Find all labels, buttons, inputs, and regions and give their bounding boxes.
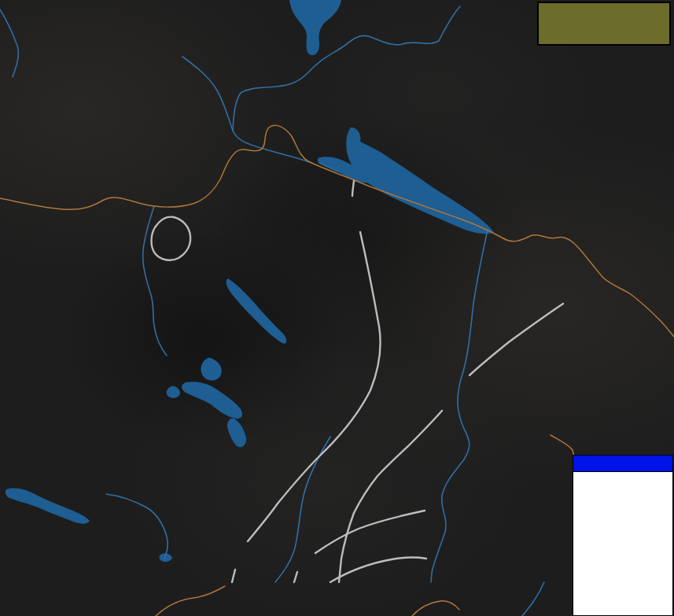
country-border-south bbox=[156, 586, 225, 616]
country-border-east bbox=[503, 235, 674, 337]
lake-thun bbox=[6, 488, 90, 523]
river bbox=[233, 6, 460, 131]
lake-lucerne-west-arm bbox=[167, 386, 180, 398]
legend-title bbox=[573, 456, 672, 472]
pressure-contour-1022 bbox=[232, 570, 235, 582]
lake-zurich bbox=[227, 278, 287, 344]
pressure-contour-1020 bbox=[315, 511, 425, 553]
pressure-contour-1022 bbox=[352, 181, 354, 196]
river bbox=[182, 57, 311, 163]
legend-body bbox=[573, 472, 672, 615]
datetime-box bbox=[537, 2, 671, 46]
pressure-contour-1021 bbox=[339, 411, 442, 582]
pressure-contour-1020 bbox=[294, 572, 297, 582]
pressure-contour-ring bbox=[152, 217, 191, 260]
lake-lucerne-south-arm bbox=[227, 419, 246, 448]
river bbox=[106, 494, 168, 559]
pressure-contour-1021 bbox=[470, 304, 563, 375]
river bbox=[522, 582, 544, 616]
pressure-contour-1022 bbox=[248, 232, 381, 541]
river bbox=[0, 9, 18, 77]
pressure-contours-layer bbox=[152, 181, 564, 582]
pressure-contour-arc bbox=[330, 558, 426, 582]
lightning-weather-map-app bbox=[0, 0, 674, 616]
lightning-legend-panel bbox=[573, 455, 673, 616]
country-border-north bbox=[0, 125, 503, 238]
lakes-layer bbox=[6, 0, 494, 562]
rivers-layer bbox=[0, 6, 544, 616]
lake-zug bbox=[201, 358, 221, 381]
river bbox=[275, 437, 330, 582]
country-border-south2 bbox=[412, 601, 459, 616]
lake-north bbox=[289, 0, 341, 55]
river-rhine-valley bbox=[431, 230, 488, 582]
lake-lucerne-main bbox=[182, 382, 242, 419]
